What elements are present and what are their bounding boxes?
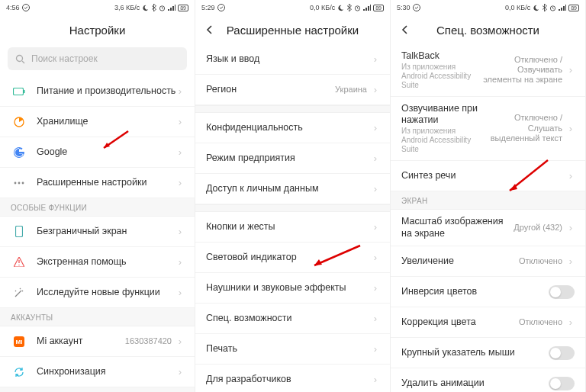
- row-region[interactable]: РегионУкраина›: [195, 75, 390, 105]
- signal-icon: [559, 5, 566, 11]
- row-select-to-speak[interactable]: Озвучивание при нажатии Из приложения An…: [391, 97, 585, 161]
- sync-icon: [11, 367, 27, 378]
- svg-text:MI: MI: [16, 339, 23, 345]
- row-label: Безграничный экран: [37, 226, 176, 238]
- status-time: 5:30: [397, 4, 411, 11]
- chevron-right-icon: ›: [372, 183, 379, 194]
- row-magnification[interactable]: Увеличение Отключено ›: [391, 246, 585, 277]
- row-sos[interactable]: Экстренная помощь ›: [0, 247, 195, 278]
- check-icon: [22, 4, 30, 11]
- row-invert-colors[interactable]: Инверсия цветов: [391, 277, 585, 307]
- status-speed: 0,0 КБ/с: [505, 4, 530, 11]
- accessibility-list: TalkBack Из приложения Android Accessibi…: [391, 44, 585, 392]
- row-buttons[interactable]: Кнопки и жесты›: [195, 212, 390, 243]
- row-language[interactable]: Язык и ввод›: [195, 44, 390, 75]
- row-google[interactable]: Google ›: [0, 137, 195, 168]
- page-title: Расширенные настройки: [227, 24, 359, 37]
- chevron-right-icon: ›: [176, 256, 184, 268]
- moon-icon: [533, 5, 539, 11]
- status-bar: 5:30 0,0 КБ/с 89: [391, 0, 585, 15]
- chevron-right-icon: ›: [372, 153, 379, 164]
- row-remove-animations[interactable]: Удалить анимации: [391, 368, 585, 392]
- chevron-right-icon: ›: [567, 316, 575, 328]
- row-sub: Из приложения Android Accessibility Suit…: [401, 63, 478, 90]
- row-fullscreen[interactable]: Безграничный экран ›: [0, 217, 195, 247]
- bluetooth-icon: [542, 4, 547, 11]
- row-print[interactable]: Печать›: [195, 334, 390, 365]
- row-label: Инверсия цветов: [401, 286, 549, 298]
- toggle[interactable]: [549, 377, 575, 390]
- chevron-right-icon: ›: [567, 123, 575, 134]
- chevron-right-icon: ›: [567, 222, 575, 233]
- battery-icon: [11, 88, 27, 95]
- toggle[interactable]: [549, 346, 575, 360]
- bluetooth-icon: [151, 4, 156, 11]
- row-battery[interactable]: Питание и производительность ›: [0, 76, 195, 107]
- row-personal-data[interactable]: Доступ к личным данным›: [195, 174, 390, 204]
- search-icon: [15, 54, 25, 64]
- row-label: Синхронизация: [37, 366, 176, 378]
- phone-icon: [11, 226, 27, 237]
- search-input[interactable]: Поиск настроек: [8, 47, 187, 70]
- chevron-right-icon: ›: [372, 221, 379, 233]
- row-label: Наушники и звуковые эффекты: [206, 282, 372, 294]
- row-display-scale[interactable]: Масштаб изображения на экране Другой (43…: [391, 210, 585, 246]
- chevron-right-icon: ›: [372, 374, 379, 385]
- mi-icon: MI: [11, 336, 27, 347]
- svg-rect-9: [16, 227, 23, 237]
- row-tts[interactable]: Синтез речи ›: [391, 161, 585, 191]
- row-sync[interactable]: Синхронизация ›: [0, 357, 195, 387]
- row-value: Отключено / Слушать выделенный текст: [478, 113, 562, 143]
- alarm-icon: [549, 5, 556, 11]
- status-bar: 5:29 0,0 КБ/с 89: [195, 0, 390, 15]
- row-advanced[interactable]: Расширенные настройки ›: [0, 168, 195, 198]
- chevron-right-icon: ›: [372, 313, 379, 324]
- screen-settings: 4:56 3,6 КБ/с 89 Настройки Поиск настрое…: [0, 0, 195, 392]
- section-apps: ПРИЛОЖЕНИЯ: [0, 387, 195, 392]
- search-placeholder: Поиск настроек: [31, 53, 98, 64]
- row-talkback[interactable]: TalkBack Из приложения Android Accessibi…: [391, 44, 585, 97]
- row-color-correction[interactable]: Коррекция цвета Отключено ›: [391, 307, 585, 338]
- chevron-right-icon: ›: [176, 226, 184, 237]
- row-accessibility[interactable]: Спец. возможности›: [195, 304, 390, 334]
- row-storage[interactable]: Хранилище ›: [0, 107, 195, 137]
- row-explore[interactable]: Исследуйте новые функции ›: [0, 278, 195, 308]
- svg-point-8: [22, 182, 24, 184]
- row-value: 1630387420: [125, 336, 172, 346]
- gap: [195, 105, 390, 113]
- chevron-right-icon: ›: [372, 122, 379, 133]
- row-label: Удалить анимации: [401, 378, 549, 390]
- row-headphones[interactable]: Наушники и звуковые эффекты›: [195, 273, 390, 304]
- chevron-right-icon: ›: [372, 282, 379, 294]
- chevron-right-icon: ›: [176, 177, 184, 188]
- status-time: 5:29: [201, 4, 215, 11]
- back-button[interactable]: [398, 23, 412, 37]
- status-battery: 89: [178, 5, 188, 11]
- row-developer[interactable]: Для разработчиков›: [195, 365, 390, 392]
- advanced-list: Язык и ввод› РегионУкраина› Конфиденциал…: [195, 44, 390, 392]
- chevron-right-icon: ›: [176, 146, 184, 158]
- row-mi-account[interactable]: MI Mi аккаунт 1630387420 ›: [0, 326, 195, 357]
- row-enterprise[interactable]: Режим предприятия›: [195, 143, 390, 174]
- bluetooth-icon: [346, 4, 352, 11]
- chevron-right-icon: ›: [372, 343, 379, 355]
- svg-point-6: [14, 182, 17, 184]
- back-button[interactable]: [203, 23, 217, 37]
- row-large-pointer[interactable]: Крупный указатель мыши: [391, 338, 585, 368]
- screen-advanced: 5:29 0,0 КБ/с 89 Расширенные настройки Я…: [195, 0, 391, 392]
- chevron-right-icon: ›: [176, 287, 184, 298]
- row-label: Google: [37, 146, 176, 159]
- row-led[interactable]: Световой индикатор›: [195, 243, 390, 273]
- signal-icon: [363, 5, 371, 11]
- row-label: Доступ к личным данным: [206, 183, 372, 195]
- row-value: Отключено: [519, 256, 562, 266]
- wand-icon: [11, 288, 27, 298]
- chevron-right-icon: ›: [176, 336, 184, 347]
- signal-icon: [168, 5, 175, 11]
- row-label: Спец. возможности: [206, 313, 372, 325]
- row-label: Масштаб изображения на экране: [401, 216, 514, 239]
- svg-rect-3: [14, 88, 24, 95]
- toggle[interactable]: [549, 285, 575, 299]
- svg-rect-4: [24, 90, 25, 93]
- row-privacy[interactable]: Конфиденциальность›: [195, 113, 390, 143]
